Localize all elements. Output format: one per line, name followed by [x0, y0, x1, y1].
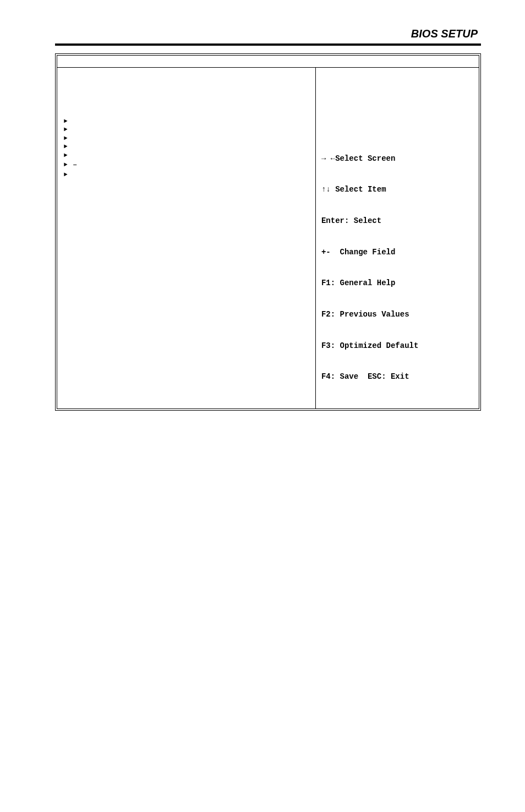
- submenu-item[interactable]: ►: [64, 117, 309, 126]
- bios-body: ► ► ► ► ► ► – ►: [57, 68, 479, 408]
- help-f4-esc: F4: Save ESC: Exit: [321, 372, 474, 382]
- help-change-field: +- Change Field: [321, 247, 474, 258]
- help-f1: F1: General Help: [321, 278, 474, 288]
- bios-menubar[interactable]: [57, 56, 479, 68]
- submenu-marker-icon: ►: [64, 117, 73, 126]
- bios-help-pane: → ←Select Screen ↑↓ Select Item Enter: S…: [316, 68, 479, 408]
- help-select-item: ↑↓ Select Item: [321, 184, 474, 195]
- submenu-marker-icon: ►: [64, 151, 73, 160]
- bios-window: ► ► ► ► ► ► – ►: [55, 53, 481, 411]
- help-f2: F2: Previous Values: [321, 309, 474, 320]
- submenu-marker-icon: ►: [64, 143, 73, 151]
- submenu-item[interactable]: ►: [64, 143, 309, 151]
- help-f3: F3: Optimized Default: [321, 341, 474, 351]
- submenu-marker-icon: ►: [64, 161, 73, 169]
- help-enter: Enter: Select: [321, 216, 474, 226]
- submenu-label: –: [73, 160, 77, 171]
- bios-left-pane: ► ► ► ► ► ► – ►: [57, 68, 316, 408]
- header-rule: [55, 43, 481, 46]
- submenu-item[interactable]: ► –: [64, 160, 309, 171]
- help-select-screen: → ←Select Screen: [321, 154, 474, 164]
- submenu-item[interactable]: ►: [64, 151, 309, 160]
- submenu-item[interactable]: ►: [64, 171, 309, 179]
- submenu-item[interactable]: ►: [64, 134, 309, 143]
- submenu-marker-icon: ►: [64, 134, 73, 143]
- submenu-item[interactable]: ►: [64, 126, 309, 134]
- page-header: BIOS SETUP: [55, 28, 481, 40]
- submenu-marker-icon: ►: [64, 171, 73, 179]
- submenu-marker-icon: ►: [64, 126, 73, 134]
